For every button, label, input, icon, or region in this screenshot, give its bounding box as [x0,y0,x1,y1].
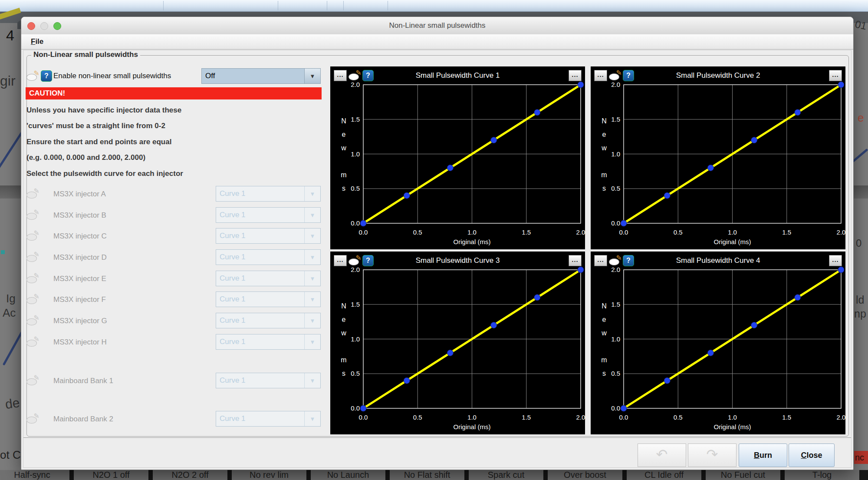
curve-select[interactable]: Curve 1▼ [216,334,321,350]
pulsewidth-plot[interactable]: 0.00.51.01.52.00.00.51.01.52.0Original (… [591,252,845,434]
status-item: N2O 1 off [74,470,148,480]
enable-select[interactable]: Off ▼ [201,68,321,84]
background-text: np [854,308,866,320]
help-icon[interactable]: ? [362,70,374,81]
curve-select[interactable]: Curve 1▼ [216,313,321,328]
svg-text:0.5: 0.5 [674,228,683,236]
svg-text:1.0: 1.0 [611,335,620,343]
status-item: No Flat shift [390,470,464,480]
chevron-down-icon: ▼ [304,292,320,307]
pulsewidth-plot[interactable]: 0.00.51.01.52.00.00.51.01.52.0Original (… [591,66,845,249]
ellipsis-button[interactable]: ... [569,70,582,81]
svg-text:0.0: 0.0 [619,414,628,421]
chevron-down-icon: ▼ [304,373,320,388]
menu-bar: File [21,34,853,50]
edit-note-icon[interactable]: ✎ [349,70,361,81]
svg-text:1.5: 1.5 [782,414,791,421]
close-button[interactable]: Close [789,444,835,467]
svg-text:1.0: 1.0 [351,335,360,343]
selector-label: Mainboard Bank 2 [53,415,113,424]
selector-row: ✎MS3X injector FCurve 1▼ [26,291,322,307]
ellipsis-button[interactable]: ... [594,70,607,81]
curve-select[interactable]: Curve 1▼ [216,411,321,427]
status-item: T-log [785,470,859,480]
curve-select[interactable]: Curve 1▼ [216,291,321,307]
chevron-down-icon: ▼ [304,313,320,328]
svg-text:1.0: 1.0 [728,414,737,421]
status-item: Over boost [548,470,622,480]
help-icon[interactable]: ? [623,255,634,266]
status-item: N2O 2 off [153,470,227,480]
svg-text:1.5: 1.5 [351,301,360,308]
edit-note-icon: ✎ [26,209,39,221]
chevron-down-icon: ▼ [304,186,320,201]
svg-text:0.0: 0.0 [611,404,620,412]
curve-select[interactable]: Curve 1▼ [216,271,321,286]
svg-text:Original (ms): Original (ms) [714,238,751,245]
help-icon[interactable]: ? [41,70,52,82]
status-item: Spark cut [469,470,543,480]
svg-text:0.0: 0.0 [351,404,360,412]
edit-note-icon: ✎ [26,252,39,263]
svg-text:1.5: 1.5 [522,414,531,421]
selector-label: MS3X injector B [53,211,106,220]
caution-line: Unless you have specific injector data t… [26,106,181,115]
selector-row: ✎MS3X injector CCurve 1▼ [26,228,322,244]
redo-button[interactable]: ↷ [688,444,736,467]
selector-label: MS3X injector C [53,232,107,241]
svg-text:0.5: 0.5 [413,414,422,421]
background-text: 0 [856,237,861,249]
pulsewidth-chart: 0.00.51.01.52.00.00.51.01.52.0Original (… [330,66,585,249]
ellipsis-button[interactable]: ... [594,255,607,266]
svg-text:0.5: 0.5 [351,185,360,192]
svg-text:1.5: 1.5 [782,228,791,236]
edit-note-icon: ✎ [26,230,39,242]
svg-text:0.5: 0.5 [413,228,422,236]
background-text: Ig [6,292,16,305]
pulsewidth-chart: 0.00.51.01.52.00.00.51.01.52.0Original (… [330,252,585,434]
ellipsis-button[interactable]: ... [334,255,347,266]
curve-select-value: Curve 1 [216,373,304,388]
edit-note-icon[interactable]: ✎ [349,255,361,266]
svg-text:2.0: 2.0 [611,266,620,273]
svg-text:1.5: 1.5 [611,301,620,308]
svg-text:0.0: 0.0 [359,228,368,236]
desktop: 4 gir Ig Ac de ot C 01 e 0 ld np nc Half… [0,0,868,480]
curve-select-value: Curve 1 [216,250,304,265]
ellipsis-button[interactable]: ... [569,255,582,266]
edit-note-icon[interactable]: ✎ [609,70,621,81]
curve-select-value: Curve 1 [216,186,304,201]
svg-text:1.0: 1.0 [728,228,737,236]
curve-select[interactable]: Curve 1▼ [216,373,321,388]
ellipsis-button[interactable]: ... [334,70,347,81]
svg-text:Original (ms): Original (ms) [714,423,751,430]
curve-select[interactable]: Curve 1▼ [216,228,321,244]
selector-row: ✎MS3X injector GCurve 1▼ [26,313,322,328]
title-bar[interactable]: Non-Linear small pulsewidths [21,17,853,35]
ellipsis-button[interactable]: ... [829,255,842,266]
gauge-edge [853,185,868,199]
svg-text:1.5: 1.5 [611,116,620,123]
selector-row: ✎MS3X injector ACurve 1▼ [26,186,322,202]
undo-button[interactable]: ↶ [638,444,686,467]
svg-text:0.5: 0.5 [611,185,620,192]
curve-select[interactable]: Curve 1▼ [216,186,321,202]
help-icon[interactable]: ? [623,70,634,81]
help-icon[interactable]: ? [362,255,374,266]
burn-button[interactable]: Burn [739,444,787,467]
ellipsis-button[interactable]: ... [829,70,842,81]
curve-select[interactable]: Curve 1▼ [216,249,321,265]
curve-select[interactable]: Curve 1▼ [216,207,321,223]
pulsewidth-plot[interactable]: 0.00.51.01.52.00.00.51.01.52.0Original (… [330,66,585,249]
file-menu[interactable]: File [27,36,47,47]
background-text: e [858,111,864,125]
background-text: de [4,395,21,412]
edit-note-icon[interactable]: ✎ [26,70,39,82]
status-item: No Fuel cut [706,470,780,480]
edit-note-icon[interactable]: ✎ [609,255,621,266]
chevron-down-icon: ▼ [304,411,320,426]
caution-line: 'curves' must be a straight line from 0-… [26,122,165,130]
pulsewidth-plot[interactable]: 0.00.51.01.52.00.00.51.01.52.0Original (… [330,252,585,434]
gauge-edge [0,185,21,199]
gauge-marker [1,250,5,254]
